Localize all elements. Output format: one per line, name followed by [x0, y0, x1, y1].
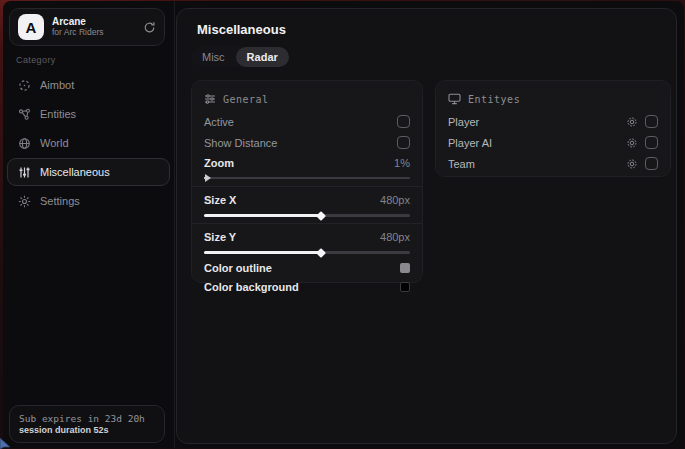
sidebar: A Arcane for Arc Riders Category: [3, 1, 175, 448]
crosshair-icon: [18, 79, 31, 92]
setting-row-color-outline: Color outline: [204, 258, 410, 277]
entities-icon: [18, 108, 31, 121]
sliders-icon: [18, 166, 31, 179]
setting-label: Color outline: [204, 262, 272, 274]
tab-misc[interactable]: Misc: [191, 47, 236, 67]
divider: [192, 186, 422, 187]
zoom-slider-thumb[interactable]: [205, 174, 211, 182]
entities-panel: Entityes Player Player AI: [435, 80, 671, 177]
team-checkbox[interactable]: [645, 157, 658, 170]
sidebar-item-label: Miscellaneous: [40, 166, 110, 178]
gear-icon: [18, 195, 31, 208]
session-duration-text: session duration 52s: [19, 425, 155, 435]
main-panel: Miscellaneous Misc Radar General Active: [176, 8, 677, 444]
general-panel-title: General: [223, 94, 269, 105]
entity-label: Team: [448, 158, 475, 170]
setting-row-size-y: Size Y 480px: [204, 227, 410, 246]
sidebar-item-label: World: [40, 137, 69, 149]
setting-label: Size X: [204, 194, 236, 206]
size-x-slider-thumb[interactable]: [316, 211, 326, 221]
globe-icon: [18, 137, 31, 150]
brand-subtitle: for Arc Riders: [52, 28, 135, 38]
brand-text: Arcane for Arc Riders: [52, 16, 135, 37]
sidebar-item-miscellaneous[interactable]: Miscellaneous: [7, 158, 170, 186]
entity-settings-gear-icon[interactable]: [626, 116, 638, 128]
setting-row-active: Active: [204, 111, 410, 132]
setting-row-zoom: Zoom 1%: [204, 153, 410, 172]
entity-settings-gear-icon[interactable]: [626, 137, 638, 149]
setting-label: Active: [204, 116, 234, 128]
size-x-slider[interactable]: [204, 209, 410, 220]
tab-radar[interactable]: Radar: [236, 47, 289, 67]
setting-row-show-distance: Show Distance: [204, 132, 410, 153]
monitor-icon: [448, 93, 461, 105]
divider: [192, 223, 422, 224]
sidebar-item-label: Entities: [40, 108, 76, 120]
entity-row-team: Team: [448, 153, 658, 174]
sidebar-item-settings[interactable]: Settings: [7, 187, 170, 215]
setting-row-color-background: Color background: [204, 277, 410, 296]
size-y-slider[interactable]: [204, 246, 410, 257]
sliders-horizontal-icon: [204, 93, 216, 105]
brand-card: A Arcane for Arc Riders: [9, 8, 165, 46]
sub-expires-text: Sub expires in 23d 20h: [19, 413, 155, 424]
setting-label: Size Y: [204, 231, 236, 243]
sidebar-item-world[interactable]: World: [7, 129, 170, 157]
sidebar-item-aimbot[interactable]: Aimbot: [7, 71, 170, 99]
setting-row-size-x: Size X 480px: [204, 190, 410, 209]
page-title: Miscellaneous: [197, 22, 286, 37]
general-panel-header: General: [204, 90, 410, 108]
brand-logo: A: [18, 14, 44, 40]
active-checkbox[interactable]: [397, 115, 410, 128]
entity-settings-gear-icon[interactable]: [626, 158, 638, 170]
setting-label: Zoom: [204, 157, 234, 169]
mouse-cursor: [0, 435, 12, 449]
entity-row-player-ai: Player AI: [448, 132, 658, 153]
setting-label: Color background: [204, 281, 299, 293]
refresh-icon[interactable]: [143, 21, 156, 34]
slider-fill: [204, 214, 321, 217]
show-distance-checkbox[interactable]: [397, 136, 410, 149]
sidebar-item-label: Aimbot: [40, 79, 74, 91]
color-outline-swatch[interactable]: [400, 263, 410, 273]
entities-panel-title: Entityes: [468, 94, 520, 105]
size-y-slider-thumb[interactable]: [316, 248, 326, 258]
sidebar-item-label: Settings: [40, 195, 80, 207]
category-label: Category: [16, 55, 56, 65]
general-panel: General Active Show Distance Zoom 1% Siz…: [191, 80, 423, 283]
size-x-value: 480px: [380, 194, 410, 206]
tab-bar: Misc Radar: [191, 47, 289, 67]
sidebar-item-entities[interactable]: Entities: [7, 100, 170, 128]
zoom-slider[interactable]: [204, 172, 410, 183]
app-window: A Arcane for Arc Riders Category: [3, 1, 684, 448]
entity-label: Player AI: [448, 137, 492, 149]
size-y-value: 480px: [380, 231, 410, 243]
player-checkbox[interactable]: [645, 115, 658, 128]
setting-label: Show Distance: [204, 137, 277, 149]
entities-panel-header: Entityes: [448, 90, 658, 108]
slider-fill: [204, 251, 321, 254]
zoom-value: 1%: [394, 157, 410, 169]
color-background-swatch[interactable]: [400, 282, 410, 292]
sidebar-nav: Aimbot Entities: [7, 71, 170, 216]
entity-label: Player: [448, 116, 479, 128]
entity-row-player: Player: [448, 111, 658, 132]
subscription-card: Sub expires in 23d 20h session duration …: [9, 405, 165, 443]
player-ai-checkbox[interactable]: [645, 136, 658, 149]
